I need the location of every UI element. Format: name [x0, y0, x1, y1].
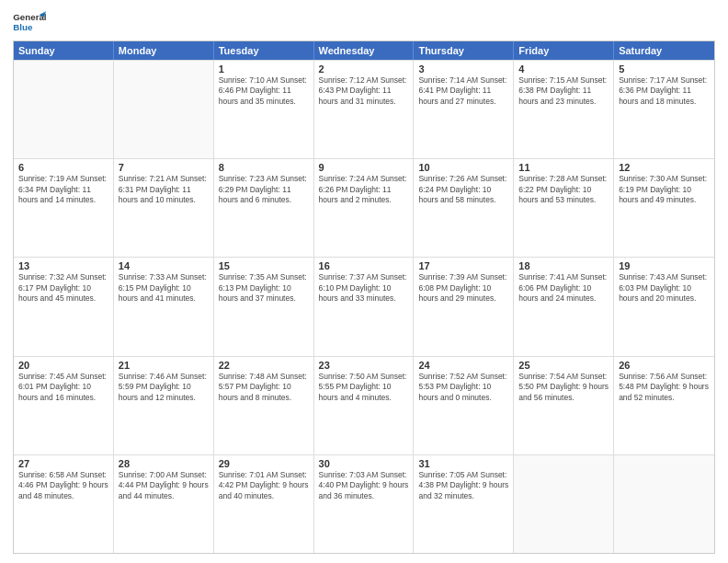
calendar-week-2: 6Sunrise: 7:19 AM Sunset: 6:34 PM Daylig…	[14, 158, 714, 257]
day-info: Sunrise: 7:05 AM Sunset: 4:38 PM Dayligh…	[418, 470, 508, 501]
calendar-body: 1Sunrise: 7:10 AM Sunset: 6:46 PM Daylig…	[14, 60, 714, 553]
day-info: Sunrise: 7:39 AM Sunset: 6:08 PM Dayligh…	[418, 272, 508, 304]
day-info: Sunrise: 7:00 AM Sunset: 4:44 PM Dayligh…	[119, 470, 209, 501]
day-number: 5	[619, 63, 710, 75]
day-info: Sunrise: 7:37 AM Sunset: 6:10 PM Dayligh…	[319, 272, 409, 304]
day-cell-30: 30Sunrise: 7:03 AM Sunset: 4:40 PM Dayli…	[314, 455, 415, 553]
day-info: Sunrise: 7:54 AM Sunset: 5:50 PM Dayligh…	[518, 372, 609, 403]
day-of-week-monday: Monday	[114, 41, 214, 60]
day-cell-29: 29Sunrise: 7:01 AM Sunset: 4:42 PM Dayli…	[214, 455, 314, 553]
day-cell-24: 24Sunrise: 7:52 AM Sunset: 5:53 PM Dayli…	[414, 357, 514, 454]
day-cell-22: 22Sunrise: 7:48 AM Sunset: 5:57 PM Dayli…	[214, 357, 314, 454]
empty-cell	[514, 455, 614, 553]
day-cell-27: 27Sunrise: 6:58 AM Sunset: 4:46 PM Dayli…	[14, 455, 114, 553]
day-number: 3	[418, 63, 508, 75]
logo-icon: General Blue	[13, 9, 48, 37]
day-number: 23	[319, 360, 409, 371]
day-info: Sunrise: 7:30 AM Sunset: 6:19 PM Dayligh…	[619, 174, 710, 205]
day-cell-3: 3Sunrise: 7:14 AM Sunset: 6:41 PM Daylig…	[414, 61, 514, 158]
day-number: 18	[518, 260, 609, 271]
day-number: 8	[219, 162, 309, 173]
day-info: Sunrise: 7:32 AM Sunset: 6:17 PM Dayligh…	[18, 272, 108, 304]
day-cell-18: 18Sunrise: 7:41 AM Sunset: 6:06 PM Dayli…	[514, 258, 614, 355]
day-info: Sunrise: 7:56 AM Sunset: 5:48 PM Dayligh…	[619, 372, 710, 403]
day-cell-11: 11Sunrise: 7:28 AM Sunset: 6:22 PM Dayli…	[514, 159, 614, 257]
day-number: 4	[518, 63, 609, 75]
day-number: 13	[18, 260, 108, 271]
day-cell-1: 1Sunrise: 7:10 AM Sunset: 6:46 PM Daylig…	[214, 61, 314, 158]
svg-text:General: General	[13, 12, 47, 22]
day-cell-15: 15Sunrise: 7:35 AM Sunset: 6:13 PM Dayli…	[214, 258, 314, 355]
day-cell-12: 12Sunrise: 7:30 AM Sunset: 6:19 PM Dayli…	[614, 159, 714, 257]
empty-cell	[14, 61, 114, 158]
day-number: 17	[418, 260, 508, 271]
page: General Blue SundayMondayTuesdayWednesda…	[0, 0, 728, 563]
day-number: 24	[418, 360, 508, 371]
day-number: 12	[619, 162, 710, 173]
day-info: Sunrise: 7:33 AM Sunset: 6:15 PM Dayligh…	[119, 272, 209, 304]
empty-cell	[614, 455, 714, 553]
calendar-week-4: 20Sunrise: 7:45 AM Sunset: 6:01 PM Dayli…	[14, 356, 714, 454]
day-number: 15	[219, 260, 309, 271]
day-number: 2	[319, 63, 409, 75]
day-of-week-wednesday: Wednesday	[314, 41, 415, 60]
calendar: SundayMondayTuesdayWednesdayThursdayFrid…	[13, 40, 715, 554]
day-info: Sunrise: 7:50 AM Sunset: 5:55 PM Dayligh…	[319, 372, 409, 403]
day-info: Sunrise: 7:45 AM Sunset: 6:01 PM Dayligh…	[18, 372, 108, 403]
day-number: 30	[319, 458, 409, 469]
calendar-week-3: 13Sunrise: 7:32 AM Sunset: 6:17 PM Dayli…	[14, 257, 714, 355]
day-number: 29	[219, 458, 309, 469]
day-number: 6	[18, 162, 108, 173]
day-info: Sunrise: 7:14 AM Sunset: 6:41 PM Dayligh…	[418, 75, 508, 107]
day-number: 28	[119, 458, 209, 469]
day-info: Sunrise: 7:23 AM Sunset: 6:29 PM Dayligh…	[219, 174, 309, 205]
day-info: Sunrise: 7:28 AM Sunset: 6:22 PM Dayligh…	[518, 174, 609, 205]
day-info: Sunrise: 7:19 AM Sunset: 6:34 PM Dayligh…	[18, 174, 108, 205]
calendar-week-1: 1Sunrise: 7:10 AM Sunset: 6:46 PM Daylig…	[14, 60, 714, 158]
calendar-header: SundayMondayTuesdayWednesdayThursdayFrid…	[14, 41, 714, 60]
day-info: Sunrise: 7:15 AM Sunset: 6:38 PM Dayligh…	[518, 75, 609, 107]
day-cell-6: 6Sunrise: 7:19 AM Sunset: 6:34 PM Daylig…	[14, 159, 114, 257]
header: General Blue	[13, 9, 715, 37]
day-cell-7: 7Sunrise: 7:21 AM Sunset: 6:31 PM Daylig…	[114, 159, 214, 257]
day-number: 10	[418, 162, 508, 173]
day-number: 14	[119, 260, 209, 271]
day-number: 21	[119, 360, 209, 371]
day-cell-28: 28Sunrise: 7:00 AM Sunset: 4:44 PM Dayli…	[114, 455, 214, 553]
day-info: Sunrise: 7:10 AM Sunset: 6:46 PM Dayligh…	[219, 75, 309, 107]
day-cell-23: 23Sunrise: 7:50 AM Sunset: 5:55 PM Dayli…	[314, 357, 415, 454]
day-info: Sunrise: 7:12 AM Sunset: 6:43 PM Dayligh…	[319, 75, 409, 107]
day-of-week-saturday: Saturday	[614, 41, 714, 60]
day-number: 31	[418, 458, 508, 469]
day-cell-5: 5Sunrise: 7:17 AM Sunset: 6:36 PM Daylig…	[614, 61, 714, 158]
day-number: 9	[319, 162, 409, 173]
day-number: 20	[18, 360, 108, 371]
day-number: 16	[319, 260, 409, 271]
day-cell-26: 26Sunrise: 7:56 AM Sunset: 5:48 PM Dayli…	[614, 357, 714, 454]
empty-cell	[114, 61, 214, 158]
day-info: Sunrise: 7:24 AM Sunset: 6:26 PM Dayligh…	[319, 174, 409, 205]
day-info: Sunrise: 7:17 AM Sunset: 6:36 PM Dayligh…	[619, 75, 710, 107]
day-cell-2: 2Sunrise: 7:12 AM Sunset: 6:43 PM Daylig…	[314, 61, 415, 158]
day-number: 11	[518, 162, 609, 173]
day-info: Sunrise: 7:21 AM Sunset: 6:31 PM Dayligh…	[119, 174, 209, 205]
svg-text:Blue: Blue	[13, 22, 33, 32]
day-cell-9: 9Sunrise: 7:24 AM Sunset: 6:26 PM Daylig…	[314, 159, 415, 257]
day-of-week-thursday: Thursday	[414, 41, 514, 60]
day-cell-13: 13Sunrise: 7:32 AM Sunset: 6:17 PM Dayli…	[14, 258, 114, 355]
day-number: 26	[619, 360, 710, 371]
day-of-week-tuesday: Tuesday	[214, 41, 314, 60]
day-info: Sunrise: 7:43 AM Sunset: 6:03 PM Dayligh…	[619, 272, 710, 304]
day-cell-14: 14Sunrise: 7:33 AM Sunset: 6:15 PM Dayli…	[114, 258, 214, 355]
day-number: 27	[18, 458, 108, 469]
day-info: Sunrise: 7:48 AM Sunset: 5:57 PM Dayligh…	[219, 372, 309, 403]
day-cell-4: 4Sunrise: 7:15 AM Sunset: 6:38 PM Daylig…	[514, 61, 614, 158]
day-info: Sunrise: 7:01 AM Sunset: 4:42 PM Dayligh…	[219, 470, 309, 501]
day-number: 19	[619, 260, 710, 271]
day-cell-16: 16Sunrise: 7:37 AM Sunset: 6:10 PM Dayli…	[314, 258, 415, 355]
day-cell-10: 10Sunrise: 7:26 AM Sunset: 6:24 PM Dayli…	[414, 159, 514, 257]
day-info: Sunrise: 7:41 AM Sunset: 6:06 PM Dayligh…	[518, 272, 609, 304]
day-cell-19: 19Sunrise: 7:43 AM Sunset: 6:03 PM Dayli…	[614, 258, 714, 355]
day-cell-21: 21Sunrise: 7:46 AM Sunset: 5:59 PM Dayli…	[114, 357, 214, 454]
day-info: Sunrise: 7:03 AM Sunset: 4:40 PM Dayligh…	[319, 470, 409, 501]
